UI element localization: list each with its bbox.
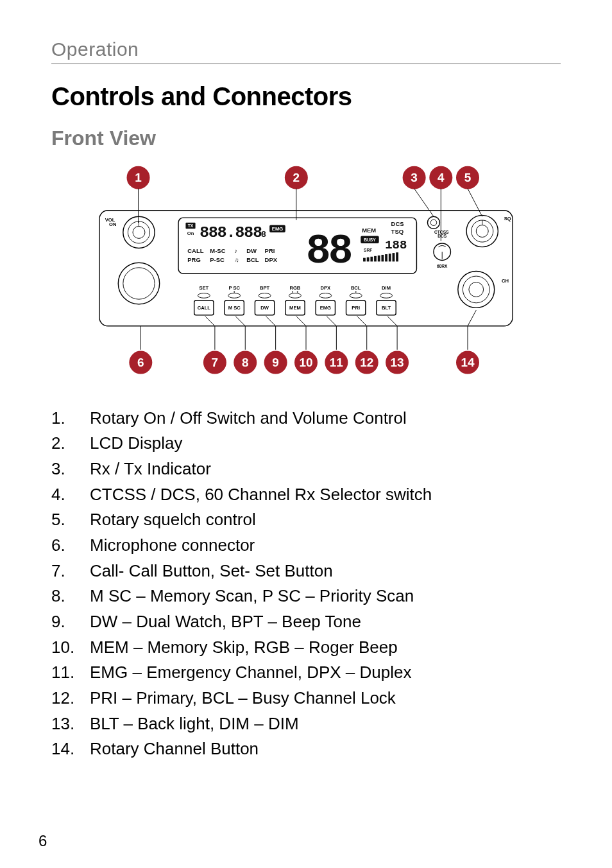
svg-text:TSQ: TSQ bbox=[391, 228, 404, 235]
lcd-row1-3: DW bbox=[246, 247, 257, 254]
legend-item-number: 14. bbox=[51, 737, 90, 761]
svg-text:CTCSS
        DCS: CTCSS DCS bbox=[434, 230, 450, 239]
svg-text:DCS: DCS bbox=[391, 220, 404, 227]
legend-item: 11.EMG – Emergency Channel, DPX – Duplex bbox=[51, 661, 561, 685]
svg-line-62 bbox=[235, 317, 245, 326]
legend-item: 8.M SC – Memory Scan, P SC – Priority Sc… bbox=[51, 584, 561, 609]
callout-3: 3 bbox=[402, 166, 427, 190]
lcd-row2-3: BCL bbox=[246, 256, 259, 263]
btn-oval-1 bbox=[228, 293, 241, 299]
legend-item-text: Rx / Tx Indicator bbox=[90, 457, 211, 482]
section-label: Operation bbox=[51, 39, 561, 64]
callout-10: 10 bbox=[294, 351, 318, 375]
lcd-row1-1: M-SC bbox=[210, 247, 225, 254]
svg-text:SRF: SRF bbox=[364, 248, 372, 252]
svg-text:13: 13 bbox=[391, 356, 404, 369]
btn-top-label-1: P SC bbox=[228, 285, 240, 291]
legend-item-number: 9. bbox=[51, 610, 90, 634]
svg-rect-38 bbox=[378, 256, 380, 261]
svg-rect-43 bbox=[396, 252, 398, 261]
btn-bottom-label-1: M SC bbox=[228, 305, 241, 311]
svg-text:7: 7 bbox=[212, 356, 219, 369]
svg-point-53 bbox=[476, 225, 488, 238]
btn-bottom-label-4: EMG bbox=[320, 305, 331, 311]
btn-top-label-4: DPX bbox=[321, 285, 331, 291]
svg-text:2: 2 bbox=[293, 171, 300, 184]
svg-point-56 bbox=[463, 276, 489, 303]
legend-item: 6.Microphone connector bbox=[51, 534, 561, 558]
svg-text:3: 3 bbox=[411, 171, 418, 184]
svg-text:9: 9 bbox=[272, 356, 279, 369]
btn-bottom-label-0: CALL bbox=[198, 305, 211, 311]
callout-1: 1 bbox=[126, 166, 151, 190]
callout-13: 13 bbox=[385, 351, 409, 375]
page-number: 6 bbox=[38, 832, 47, 850]
legend-item: 12.PRI – Primary, BCL – Busy Channel Loc… bbox=[51, 686, 561, 711]
legend-item-text: CTCSS / DCS, 60 Channel Rx Selector swit… bbox=[90, 483, 432, 507]
svg-rect-34 bbox=[363, 258, 366, 262]
svg-text:10: 10 bbox=[299, 356, 312, 369]
svg-rect-37 bbox=[374, 256, 377, 262]
svg-line-74 bbox=[468, 310, 476, 326]
legend-item: 1.Rotary On / Off Switch and Volume Cont… bbox=[51, 406, 561, 431]
btn-top-label-2: BPT bbox=[260, 285, 270, 291]
callout-14: 14 bbox=[455, 351, 480, 375]
svg-rect-40 bbox=[385, 254, 387, 261]
svg-line-60 bbox=[205, 317, 215, 326]
page-title: Controls and Connectors bbox=[51, 82, 561, 111]
svg-text:6: 6 bbox=[137, 356, 144, 369]
svg-point-48 bbox=[430, 220, 436, 225]
legend-item: 7.Call- Call Button, Set- Set Button bbox=[51, 559, 561, 584]
svg-text:8: 8 bbox=[261, 230, 266, 239]
vol-on-label: VOL ON bbox=[105, 217, 117, 228]
svg-text:TX: TX bbox=[188, 223, 194, 228]
svg-text:12: 12 bbox=[360, 356, 373, 369]
svg-rect-35 bbox=[367, 257, 370, 262]
svg-text:4: 4 bbox=[438, 171, 445, 184]
legend-item-number: 7. bbox=[51, 559, 90, 584]
svg-text:188: 188 bbox=[385, 238, 407, 252]
legend-item-number: 11. bbox=[51, 661, 90, 685]
legend-item-text: Rotary On / Off Switch and Volume Contro… bbox=[90, 406, 407, 431]
callout-11: 11 bbox=[324, 351, 348, 375]
legend-item-text: EMG – Emergency Channel, DPX – Duplex bbox=[90, 661, 411, 685]
svg-text:BUSY: BUSY bbox=[364, 238, 376, 242]
svg-line-12 bbox=[414, 189, 434, 217]
svg-rect-41 bbox=[389, 254, 391, 261]
legend-item: 10.MEM – Memory Skip, RGB – Roger Beep bbox=[51, 636, 561, 660]
svg-text:11: 11 bbox=[330, 356, 343, 369]
svg-rect-36 bbox=[370, 257, 373, 262]
legend-item: 5.Rotary squelch control bbox=[51, 508, 561, 532]
callout-12: 12 bbox=[355, 351, 379, 375]
legend-item-number: 2. bbox=[51, 431, 90, 456]
svg-point-57 bbox=[469, 282, 484, 297]
page-subtitle: Front View bbox=[51, 126, 561, 150]
btn-oval-3 bbox=[289, 293, 301, 299]
lcd-row1-2: ♪ bbox=[234, 247, 237, 254]
svg-point-44 bbox=[234, 291, 235, 293]
btn-oval-0 bbox=[198, 293, 210, 299]
signal-bars-icon bbox=[363, 252, 402, 261]
legend-item: 4.CTCSS / DCS, 60 Channel Rx Selector sw… bbox=[51, 483, 561, 507]
btn-bottom-label-6: BLT bbox=[382, 305, 391, 311]
svg-text:8: 8 bbox=[242, 356, 249, 369]
svg-rect-42 bbox=[393, 253, 395, 261]
lcd-row1-0: CALL bbox=[187, 247, 203, 254]
legend-item: 9.DW – Dual Watch, BPT – Beep Tone bbox=[51, 610, 561, 634]
lcd-row2-4: DPX bbox=[265, 256, 278, 263]
legend-item-text: LCD Display bbox=[90, 431, 183, 456]
legend-item-number: 10. bbox=[51, 636, 90, 660]
callout-2: 2 bbox=[284, 166, 309, 190]
legend-item-number: 6. bbox=[51, 534, 90, 558]
legend-item-text: Rotary Channel Button bbox=[90, 737, 259, 761]
svg-text:SQ: SQ bbox=[504, 216, 511, 221]
legend-item: 14.Rotary Channel Button bbox=[51, 737, 561, 761]
legend-item: 13.BLT – Back light, DIM – DIM bbox=[51, 712, 561, 736]
svg-line-66 bbox=[296, 317, 306, 326]
lcd-frequency: 888.888 bbox=[200, 223, 262, 241]
callout-6: 6 bbox=[128, 351, 153, 375]
radio-front-panel-svg: 12345 VOL ON bbox=[75, 162, 537, 387]
svg-point-46 bbox=[297, 291, 298, 293]
legend-item-number: 12. bbox=[51, 686, 90, 711]
front-view-diagram: 12345 VOL ON bbox=[51, 162, 561, 387]
